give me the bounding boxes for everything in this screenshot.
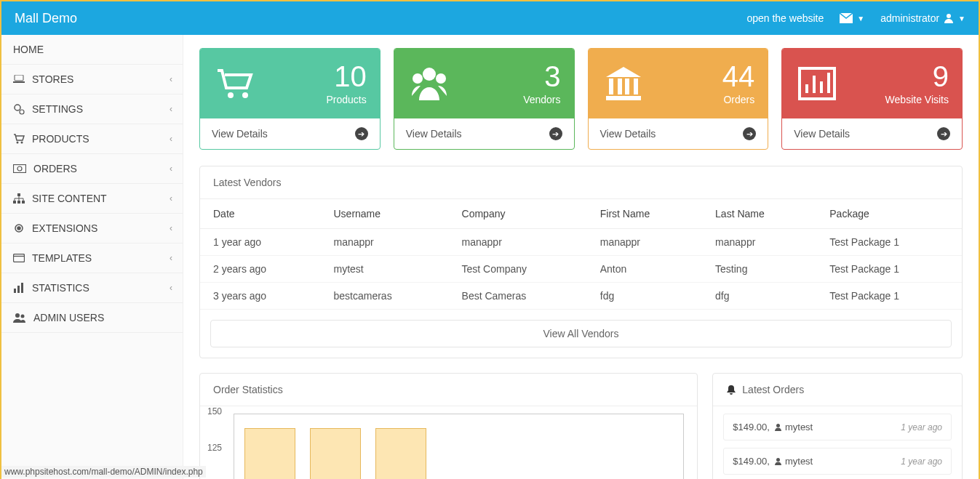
window-icon bbox=[13, 254, 25, 262]
view-details-link[interactable]: View Details➔ bbox=[589, 118, 768, 149]
chart-bar bbox=[375, 428, 426, 479]
svg-rect-31 bbox=[606, 96, 641, 100]
svg-rect-29 bbox=[625, 79, 629, 94]
view-details-link[interactable]: View Details➔ bbox=[782, 118, 962, 149]
order-item[interactable]: $149.00, mytest1 year ago bbox=[723, 414, 952, 440]
col-package: Package bbox=[816, 199, 962, 229]
svg-rect-7 bbox=[14, 165, 26, 173]
user-icon bbox=[774, 457, 782, 465]
arrow-right-icon: ➔ bbox=[549, 127, 562, 140]
svg-point-5 bbox=[17, 142, 19, 144]
sidebar-item-templates[interactable]: TEMPLATES ‹ bbox=[1, 243, 183, 273]
envelope-icon bbox=[840, 13, 853, 23]
svg-rect-19 bbox=[21, 283, 23, 293]
card-products: 10Products View Details➔ bbox=[199, 48, 381, 150]
chevron-left-icon: ‹ bbox=[170, 104, 172, 114]
stat-cards-row: 10Products View Details➔ 3Vendors View D… bbox=[199, 48, 963, 150]
cart-icon bbox=[13, 134, 25, 144]
table-cell: 1 year ago bbox=[200, 229, 320, 256]
sidebar-item-statistics[interactable]: STATISTICS ‹ bbox=[1, 273, 183, 303]
table-row: 1 year agomanapprmanapprmanapprmanapprTe… bbox=[200, 229, 962, 256]
col-date: Date bbox=[200, 199, 320, 229]
sidebar-item-settings[interactable]: SETTINGS ‹ bbox=[1, 94, 183, 124]
sidebar-item-site-content[interactable]: SITE CONTENT ‹ bbox=[1, 184, 183, 214]
bank-icon bbox=[602, 62, 645, 105]
cart-icon bbox=[213, 62, 257, 105]
users-icon bbox=[407, 62, 451, 105]
svg-rect-2 bbox=[13, 81, 25, 83]
sidebar-item-label: ADMIN USERS bbox=[33, 312, 104, 323]
svg-point-26 bbox=[436, 73, 446, 84]
arrow-right-icon: ➔ bbox=[937, 127, 950, 140]
table-cell: 3 years ago bbox=[200, 283, 320, 310]
latest-vendors-panel: Latest Vendors Date Username Company Fir… bbox=[199, 166, 963, 358]
sidebar-item-extensions[interactable]: EXTENSIONS ‹ bbox=[1, 214, 183, 243]
chevron-left-icon: ‹ bbox=[170, 253, 172, 263]
sidebar-item-label: HOME bbox=[13, 44, 44, 55]
caret-down-icon: ▼ bbox=[857, 15, 864, 23]
order-stats-chart: 150 125 bbox=[200, 406, 697, 479]
chevron-left-icon: ‹ bbox=[170, 193, 172, 204]
money-icon bbox=[13, 164, 26, 173]
chevron-left-icon: ‹ bbox=[170, 74, 172, 84]
svg-rect-11 bbox=[17, 201, 20, 204]
brand-title: Mall Demo bbox=[15, 11, 77, 26]
svg-rect-18 bbox=[17, 286, 20, 293]
svg-point-23 bbox=[242, 92, 248, 98]
table-cell: dfg bbox=[702, 283, 816, 310]
table-cell: bestcameras bbox=[320, 283, 448, 310]
table-cell: 2 years ago bbox=[200, 256, 320, 283]
card-value: 10 bbox=[257, 62, 367, 91]
sidebar-item-home[interactable]: HOME bbox=[1, 35, 183, 65]
open-website-link[interactable]: open the website bbox=[746, 12, 824, 24]
sidebar-item-admin-users[interactable]: ADMIN USERS bbox=[1, 303, 183, 333]
order-amount: $149.00, bbox=[733, 456, 770, 467]
ytick: 125 bbox=[207, 443, 222, 453]
svg-rect-12 bbox=[22, 201, 25, 204]
card-value: 44 bbox=[645, 62, 755, 91]
admin-menu[interactable]: administrator ▼ bbox=[880, 12, 965, 24]
card-label: Vendors bbox=[451, 94, 561, 105]
view-details-link[interactable]: View Details➔ bbox=[200, 118, 380, 149]
table-cell: Testing bbox=[702, 256, 816, 283]
card-value: 3 bbox=[451, 62, 561, 91]
svg-rect-1 bbox=[15, 75, 23, 81]
view-all-vendors-button[interactable]: View All Vendors bbox=[210, 320, 952, 347]
card-label: Orders bbox=[645, 94, 755, 105]
card-label: Website Visits bbox=[839, 94, 949, 105]
card-visits: 9Website Visits View Details➔ bbox=[781, 48, 963, 150]
sidebar-item-label: SETTINGS bbox=[32, 103, 83, 115]
chevron-left-icon: ‹ bbox=[170, 223, 172, 233]
sidebar-item-orders[interactable]: ORDERS ‹ bbox=[1, 154, 183, 184]
sidebar-item-label: TEMPLATES bbox=[32, 252, 92, 264]
laptop-icon bbox=[13, 75, 25, 84]
table-cell: manappr bbox=[320, 229, 448, 256]
admin-label: administrator bbox=[880, 12, 939, 24]
svg-rect-10 bbox=[13, 201, 16, 204]
svg-point-37 bbox=[776, 424, 780, 427]
table-cell: manappr bbox=[702, 229, 816, 256]
table-cell: manappr bbox=[449, 229, 587, 256]
svg-point-8 bbox=[17, 166, 22, 171]
sidebar-item-products[interactable]: PRODUCTS ‹ bbox=[1, 124, 183, 154]
sidebar-item-stores[interactable]: STORES ‹ bbox=[1, 65, 183, 94]
svg-rect-17 bbox=[14, 289, 16, 293]
svg-point-4 bbox=[20, 110, 24, 114]
order-item[interactable]: $149.00, mytest1 year ago bbox=[723, 448, 952, 475]
table-cell: manappr bbox=[587, 229, 702, 256]
order-statistics-panel: Order Statistics 150 125 bbox=[199, 373, 698, 479]
bell-icon bbox=[726, 385, 736, 395]
view-details-link[interactable]: View Details➔ bbox=[394, 118, 574, 149]
order-user: mytest bbox=[785, 456, 813, 467]
card-vendors: 3Vendors View Details➔ bbox=[394, 48, 575, 150]
arrow-right-icon: ➔ bbox=[355, 127, 368, 140]
messages-button[interactable]: ▼ bbox=[840, 13, 864, 23]
svg-rect-15 bbox=[14, 254, 25, 262]
card-orders: 44Orders View Details➔ bbox=[588, 48, 769, 150]
chart-bar bbox=[244, 428, 295, 479]
vendors-table: Date Username Company First Name Last Na… bbox=[200, 199, 962, 310]
svg-point-22 bbox=[228, 92, 234, 98]
table-cell: Test Company bbox=[449, 256, 587, 283]
svg-point-20 bbox=[15, 313, 20, 318]
table-cell: Test Package 1 bbox=[816, 283, 962, 310]
